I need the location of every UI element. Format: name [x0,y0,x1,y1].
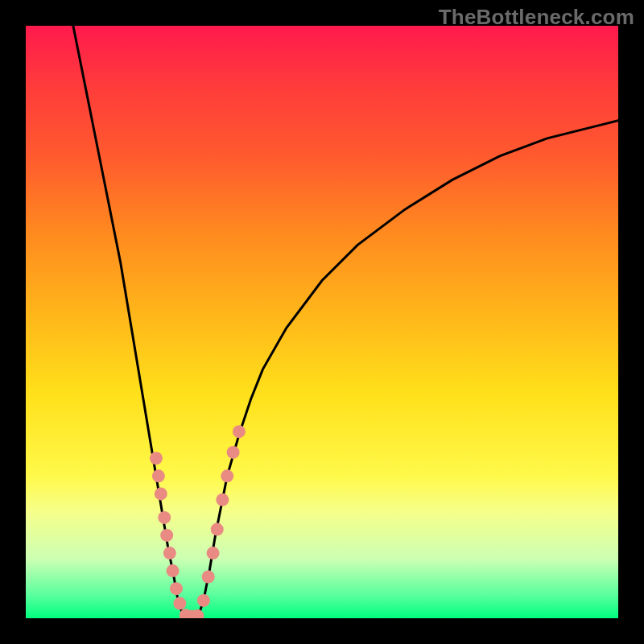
data-marker [233,425,246,438]
data-marker [160,529,173,542]
watermark-text: TheBottleneck.com [439,5,634,30]
data-marker [227,446,240,459]
data-marker [202,570,215,583]
plot-area [26,26,618,618]
data-marker [197,594,210,607]
data-marker [152,469,165,482]
data-marker [163,547,176,559]
chart-svg [26,26,618,618]
data-marker [155,487,167,500]
curve-curve-right [197,121,618,618]
data-marker [158,511,171,524]
chart-frame: TheBottleneck.com [0,0,644,644]
data-marker [211,523,224,536]
data-marker [216,493,229,506]
data-marker [150,452,163,464]
data-marker [167,564,180,577]
data-marker [207,547,220,559]
data-marker [173,597,186,610]
data-marker [170,582,183,595]
data-marker [221,469,233,482]
